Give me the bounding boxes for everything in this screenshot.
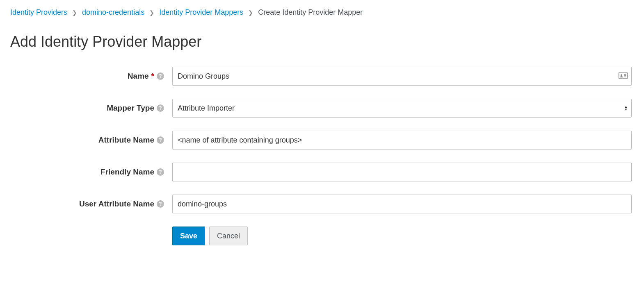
help-icon[interactable]: ?	[157, 104, 164, 112]
help-icon[interactable]: ?	[157, 200, 164, 208]
help-icon[interactable]: ?	[157, 72, 164, 80]
cancel-button[interactable]: Cancel	[209, 227, 248, 245]
name-input[interactable]	[172, 67, 632, 86]
breadcrumb-link-domino-credentials[interactable]: domino-credentials	[82, 8, 144, 17]
form-row-user-attribute-name: User Attribute Name ?	[10, 195, 634, 213]
mapper-type-label: Mapper Type	[107, 104, 154, 113]
friendly-name-input[interactable]	[172, 163, 632, 181]
attribute-name-input[interactable]	[172, 131, 632, 150]
chevron-right-icon: ❯	[72, 9, 77, 16]
form-row-name: Name * ?	[10, 67, 634, 86]
breadcrumb: Identity Providers ❯ domino-credentials …	[10, 8, 634, 17]
breadcrumb-link-identity-provider-mappers[interactable]: Identity Provider Mappers	[159, 8, 243, 17]
attribute-name-label: Attribute Name	[98, 136, 154, 145]
required-star: *	[151, 72, 154, 81]
save-button[interactable]: Save	[172, 227, 205, 245]
breadcrumb-link-identity-providers[interactable]: Identity Providers	[10, 8, 67, 17]
button-row: Save Cancel	[172, 227, 634, 245]
form-row-friendly-name: Friendly Name ?	[10, 163, 634, 181]
chevron-right-icon: ❯	[149, 9, 154, 16]
page-title: Add Identity Provider Mapper	[10, 33, 634, 50]
breadcrumb-current: Create Identity Provider Mapper	[258, 8, 363, 17]
friendly-name-label: Friendly Name	[100, 168, 154, 177]
name-label: Name	[128, 72, 149, 81]
chevron-right-icon: ❯	[248, 9, 253, 16]
user-attribute-name-label: User Attribute Name	[79, 199, 154, 208]
help-icon[interactable]: ?	[157, 136, 164, 144]
form-row-attribute-name: Attribute Name ?	[10, 131, 634, 150]
user-attribute-name-input[interactable]	[172, 195, 632, 213]
help-icon[interactable]: ?	[157, 168, 164, 176]
mapper-type-select[interactable]: Attribute Importer	[172, 99, 632, 118]
form-row-mapper-type: Mapper Type ? Attribute Importer ▲ ▼	[10, 99, 634, 118]
